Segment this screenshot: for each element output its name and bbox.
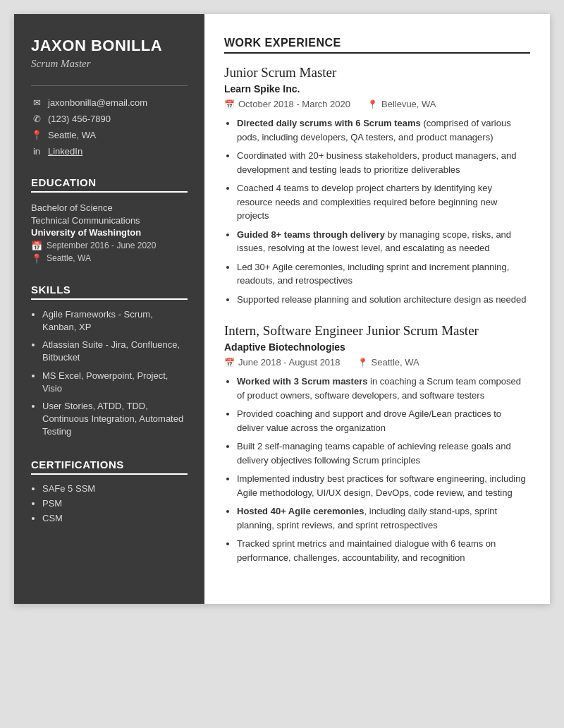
skills-section-title: SKILLS [31, 284, 188, 300]
edu-location: 📍 Seattle, WA [31, 253, 188, 264]
skill-item: Atlassian Suite - Jira, Confluence, Bitb… [42, 339, 188, 364]
calendar-icon-1: 📅 [224, 99, 235, 109]
work-experience-header: WORK EXPERIENCE [224, 37, 530, 54]
job-dates-2: 📅 June 2018 - August 2018 [224, 357, 341, 368]
sidebar: JAXON BONILLA Scrum Master ✉ jaxonbonill… [14, 14, 204, 604]
bullet-item: Coordinated with 20+ business stakeholde… [237, 149, 530, 176]
bullet-item: Tracked sprint metrics and maintained di… [237, 537, 530, 564]
phone-icon: ✆ [31, 114, 42, 124]
job-company-1: Learn Spike Inc. [224, 83, 530, 95]
certifications-section: CERTIFICATIONS SAFe 5 SSM PSM CSM [31, 459, 188, 523]
skills-list: Agile Frameworks - Scrum, Kanban, XP Atl… [31, 308, 188, 439]
job-bullets-1: Directed daily scrums with 6 Scrum teams… [224, 116, 530, 306]
location-icon: 📍 [31, 130, 42, 140]
skill-item: MS Excel, Powerpoint, Project, Visio [42, 370, 188, 395]
job-dates-1: 📅 October 2018 - March 2020 [224, 99, 350, 109]
email-icon: ✉ [31, 97, 42, 108]
contact-email: ✉ jaxonbonilla@email.com [31, 97, 188, 108]
skill-item: User Stories, ATDD, TDD, Continuous Inte… [42, 400, 188, 439]
bullet-item: Guided 8+ teams through delivery by mana… [237, 228, 530, 255]
edu-field: Technical Communications [31, 215, 188, 226]
bullet-item: Worked with 3 Scrum masters in coaching … [237, 375, 530, 402]
job-title-2: Intern, Software Engineer Junior Scrum M… [224, 323, 530, 339]
skills-section: SKILLS Agile Frameworks - Scrum, Kanban,… [31, 284, 188, 439]
cert-item: SAFe 5 SSM [42, 483, 188, 494]
candidate-title: Scrum Master [31, 58, 188, 70]
certifications-section-title: CERTIFICATIONS [31, 459, 188, 475]
linkedin-icon: in [31, 146, 42, 157]
bullet-item: Led 30+ Agile ceremonies, including spri… [237, 260, 530, 288]
cert-item: PSM [42, 498, 188, 509]
location-icon-1: 📍 [367, 99, 378, 109]
job-entry-1: Junior Scrum Master Learn Spike Inc. 📅 O… [224, 65, 530, 306]
bullet-item: Directed daily scrums with 6 Scrum teams… [237, 116, 530, 144]
edu-university: University of Washington [31, 227, 188, 238]
contact-linkedin[interactable]: in LinkedIn [31, 146, 188, 157]
cert-list: SAFe 5 SSM PSM CSM [31, 483, 188, 523]
location-icon-2: 📍 [357, 358, 368, 368]
contact-phone: ✆ (123) 456-7890 [31, 114, 188, 124]
education-section-title: EDUCATION [31, 176, 188, 193]
bullet-item: Provided coaching and support and drove … [237, 407, 530, 435]
education-section: EDUCATION Bachelor of Science Technical … [31, 176, 188, 264]
job-bullets-2: Worked with 3 Scrum masters in coaching … [224, 375, 530, 564]
job-title-1: Junior Scrum Master [224, 65, 530, 80]
bullet-item: Implemented industry best practices for … [237, 472, 530, 499]
skill-item: Agile Frameworks - Scrum, Kanban, XP [42, 308, 188, 334]
job-entry-2: Intern, Software Engineer Junior Scrum M… [224, 323, 530, 564]
bullet-item: Built 2 self-managing teams capable of a… [237, 439, 530, 467]
calendar-icon: 📅 [31, 241, 42, 251]
bullet-item: Hosted 40+ Agile ceremonies, including d… [237, 504, 530, 532]
contact-location: 📍 Seattle, WA [31, 130, 188, 140]
calendar-icon-2: 📅 [224, 358, 235, 368]
bullet-item: Supported release planning and solution … [237, 293, 530, 307]
contact-section: ✉ jaxonbonilla@email.com ✆ (123) 456-789… [31, 85, 188, 157]
edu-dates: 📅 September 2016 - June 2020 [31, 241, 188, 251]
job-company-2: Adaptive Biotechnologies [224, 341, 530, 353]
edu-degree: Bachelor of Science [31, 201, 188, 215]
job-location-2: 📍 Seattle, WA [357, 357, 419, 368]
candidate-name: JAXON BONILLA [31, 37, 188, 55]
job-meta-2: 📅 June 2018 - August 2018 📍 Seattle, WA [224, 357, 530, 368]
bullet-item: Coached 4 teams to develop project chart… [237, 181, 530, 223]
job-location-1: 📍 Bellevue, WA [367, 99, 436, 109]
cert-item: CSM [42, 513, 188, 523]
resume-wrapper: JAXON BONILLA Scrum Master ✉ jaxonbonill… [14, 14, 550, 604]
edu-location-icon: 📍 [31, 253, 42, 264]
job-meta-1: 📅 October 2018 - March 2020 📍 Bellevue, … [224, 99, 530, 109]
main-content: WORK EXPERIENCE Junior Scrum Master Lear… [204, 14, 550, 604]
